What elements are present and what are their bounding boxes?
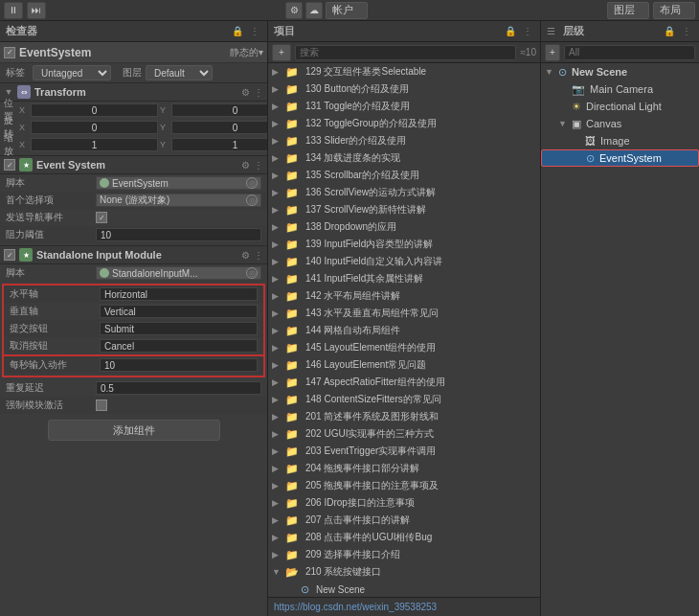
submit-input[interactable]: [100, 322, 258, 335]
project-list-item[interactable]: ▶📁140 InputField自定义输入内容讲: [268, 253, 540, 270]
project-list-item[interactable]: ▶📁134 加载进度条的实现: [268, 149, 540, 167]
hierarchy-search-input[interactable]: [564, 45, 695, 60]
rot-x-input[interactable]: [31, 121, 158, 134]
project-list-item[interactable]: ▶📁132 ToggleGroup的介绍及使用: [268, 115, 540, 132]
project-list-item[interactable]: ▶📁138 Dropdown的应用: [268, 218, 540, 236]
project-list-item[interactable]: ▶📁135 Scrollbar的介绍及使用: [268, 167, 540, 184]
item-type-icon: 📁: [285, 376, 299, 389]
inspector-content: ✓ EventSystem 静态的▾ 标签 Untagged 图层 Defaul…: [0, 42, 267, 616]
project-list-item[interactable]: ▶📁136 ScrollView的运动方式讲解: [268, 184, 540, 201]
hierarchy-list-item[interactable]: ▼▣Canvas: [541, 115, 699, 132]
project-add-button[interactable]: +: [272, 44, 291, 61]
project-list-item[interactable]: ▶📁129 交互组件基类Selectable: [268, 63, 540, 80]
inspector-lock-icon[interactable]: 🔒: [231, 25, 244, 38]
hierarchy-item-icon: 📷: [572, 83, 585, 96]
hierarchy-list-item[interactable]: 🖼Image: [541, 132, 699, 149]
gameobject-checkbox[interactable]: ✓: [4, 47, 15, 58]
step-button[interactable]: ⏭: [27, 2, 46, 19]
project-list-item[interactable]: ▶📁202 UGUI实现事件的三种方式: [268, 425, 540, 443]
scale-y-input[interactable]: [171, 138, 267, 151]
transform-section-header[interactable]: ▼ ⇔ Transform ⚙ ⋮: [0, 82, 267, 102]
layer-dropdown[interactable]: Default: [146, 65, 213, 80]
project-more-icon[interactable]: ⋮: [521, 25, 534, 38]
transform-icon: ⇔: [17, 85, 31, 99]
project-list-item[interactable]: ▶📁147 AspectRatioFitter组件的使用: [268, 374, 540, 391]
eventsystem-section-header[interactable]: ✓ ★ Event System ⚙ ⋮: [0, 155, 267, 174]
eventsystem-script-field[interactable]: EventSystem ◎: [96, 176, 261, 190]
eventsystem-gear-icon[interactable]: ⚙: [241, 160, 250, 171]
eventsystem-checkbox[interactable]: ✓: [4, 159, 15, 171]
standalone-script-field[interactable]: StandaloneInputM... ◎: [96, 266, 261, 280]
position-row: 位置 X Y Z: [0, 102, 267, 119]
transform-more-icon[interactable]: ⋮: [254, 87, 263, 98]
hierarchy-list-item[interactable]: 📷Main Camera: [541, 80, 699, 98]
submit-label: 提交按钮: [10, 322, 96, 335]
settings-icon[interactable]: ⚙: [285, 2, 303, 19]
project-list-item[interactable]: ▶📁205 拖拽事件接口的注意事项及: [268, 477, 540, 494]
folder-arrow-icon: ▶: [272, 498, 282, 508]
project-list-item[interactable]: ▶📁146 LayoutElement常见问题: [268, 356, 540, 374]
hierarchy-item-icon: ▣: [572, 118, 581, 130]
hierarchy-add-button[interactable]: +: [545, 44, 560, 61]
project-list-item[interactable]: ▶📁133 Slider的介绍及使用: [268, 132, 540, 149]
project-list-item[interactable]: ▶📁206 IDrop接口的注意事项: [268, 494, 540, 512]
eventsystem-more-icon[interactable]: ⋮: [254, 160, 263, 171]
inspector-more-icon[interactable]: ⋮: [248, 25, 261, 38]
rotation-field: X Y Z: [19, 121, 267, 134]
project-list-item[interactable]: ▶📁131 Toggle的介绍及使用: [268, 98, 540, 115]
project-list-item[interactable]: ▶📁145 LayoutElement组件的使用: [268, 339, 540, 356]
standalone-section-header[interactable]: ✓ ★ Standalone Input Module ⚙ ⋮: [0, 245, 267, 264]
project-list-item[interactable]: ▶📁201 简述事件系统及图形射线和: [268, 408, 540, 425]
project-list-item[interactable]: ▶📁207 点击事件接口的讲解: [268, 512, 540, 529]
static-label[interactable]: 静态的▾: [230, 46, 263, 59]
scale-x-input[interactable]: [31, 138, 158, 151]
hierarchy-list-item[interactable]: ☀Directional Light: [541, 98, 699, 115]
layout-dropdown[interactable]: 布局: [653, 2, 695, 19]
first-selected-field[interactable]: None (游戏对象) ◎: [96, 194, 261, 207]
input-actions-input[interactable]: [100, 358, 258, 372]
account-dropdown[interactable]: 帐户: [326, 2, 368, 19]
add-component-button[interactable]: 添加组件: [48, 420, 220, 441]
send-nav-checkbox[interactable]: ✓: [96, 212, 107, 223]
hierarchy-lock-icon[interactable]: 🔒: [663, 25, 676, 38]
project-list-item[interactable]: ▶📁203 EventTrigger实现事件调用: [268, 443, 540, 460]
standalone-gear-icon[interactable]: ⚙: [241, 250, 250, 261]
project-list-item[interactable]: ▶📁130 Button的介绍及使用: [268, 80, 540, 98]
repeat-delay-input[interactable]: [96, 381, 261, 395]
standalone-checkbox[interactable]: ✓: [4, 249, 15, 261]
send-nav-row: 发送导航事件 ✓: [0, 209, 267, 226]
project-list-item[interactable]: ▶📁141 InputField其余属性讲解: [268, 270, 540, 287]
cancel-input[interactable]: [100, 339, 258, 353]
project-list-item[interactable]: ▶📁143 水平及垂直布局组件常见问: [268, 305, 540, 322]
project-list-item[interactable]: ▶📁204 拖拽事件接口部分讲解: [268, 460, 540, 477]
pos-y-input[interactable]: [171, 103, 267, 117]
project-search-input[interactable]: [295, 45, 516, 60]
hierarchy-list-item[interactable]: ⊙EventSystem: [541, 149, 699, 167]
project-list-item[interactable]: ▶📁209 选择事件接口介绍: [268, 546, 540, 563]
hierarchy-list-item[interactable]: ▼⊙New Scene: [541, 63, 699, 80]
hierarchy-more-icon[interactable]: ⋮: [680, 25, 693, 38]
project-list-item[interactable]: ▶📁137 ScrollView的新特性讲解: [268, 201, 540, 218]
item-type-icon: 📁: [285, 273, 299, 285]
project-lock-icon[interactable]: 🔒: [504, 25, 517, 38]
pos-x-input[interactable]: [31, 103, 158, 117]
project-list-item[interactable]: ⊙New Scene: [268, 581, 540, 597]
project-list-item[interactable]: ▶📁208 点击事件的UGUI相传Bug: [268, 529, 540, 546]
drag-threshold-input[interactable]: [96, 228, 261, 241]
rot-y-input[interactable]: [171, 121, 267, 134]
layers-dropdown[interactable]: 图层: [607, 2, 649, 19]
vt-axis-input[interactable]: [100, 305, 258, 318]
transform-gear-icon[interactable]: ⚙: [241, 87, 250, 98]
project-item-text: 201 简述事件系统及图形射线和: [305, 410, 439, 423]
project-list-item[interactable]: ▶📁144 网格自动布局组件: [268, 322, 540, 339]
project-list-item[interactable]: ▶📁142 水平布局组件讲解: [268, 287, 540, 305]
standalone-more-icon[interactable]: ⋮: [254, 250, 263, 261]
project-list-item[interactable]: ▶📁139 InputField内容类型的讲解: [268, 236, 540, 253]
pause-button[interactable]: ⏸: [4, 2, 23, 19]
cloud-icon[interactable]: ☁: [305, 2, 323, 19]
project-list-item[interactable]: ▼📂210 系统按键接口: [268, 563, 540, 581]
project-list-item[interactable]: ▶📁148 ContentSizeFitters的常见问: [268, 391, 540, 408]
force-module-checkbox[interactable]: [96, 399, 107, 411]
hz-axis-input[interactable]: [100, 287, 258, 301]
tag-dropdown[interactable]: Untagged: [33, 65, 111, 80]
